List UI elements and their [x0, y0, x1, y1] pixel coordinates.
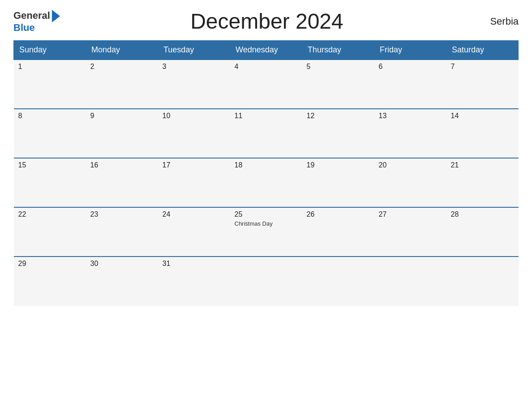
calendar-cell: 18: [230, 158, 302, 207]
calendar-cell: 10: [158, 109, 230, 158]
day-number: 24: [163, 210, 226, 218]
logo-blue-text: Blue: [13, 22, 35, 33]
day-number: 8: [18, 112, 82, 120]
day-number: 17: [163, 161, 226, 169]
day-number: 18: [235, 161, 298, 169]
logo: General Blue: [13, 9, 60, 33]
calendar-cell: 27: [374, 207, 446, 257]
calendar-week-row: 22232425Christmas Day262728: [14, 207, 519, 257]
day-number: 27: [379, 210, 442, 218]
calendar-week-row: 15161718192021: [14, 158, 519, 207]
calendar-cell: 31: [158, 257, 230, 306]
calendar-cell: 25Christmas Day: [230, 207, 302, 257]
day-number: 7: [451, 63, 514, 71]
day-number: 29: [18, 260, 82, 268]
calendar-cell: 7: [446, 60, 519, 109]
calendar-cell: 30: [86, 257, 158, 306]
calendar-cell: 14: [446, 109, 519, 158]
day-number: 2: [90, 63, 154, 71]
calendar-cell: 6: [374, 60, 446, 109]
calendar-cell: [302, 257, 374, 306]
calendar-week-row: 293031: [14, 257, 519, 306]
col-thursday: Thursday: [302, 41, 374, 60]
calendar-header-row: Sunday Monday Tuesday Wednesday Thursday…: [14, 41, 519, 60]
calendar-cell: 11: [230, 109, 302, 158]
calendar-cell: 26: [302, 207, 374, 257]
calendar-cell: 19: [302, 158, 374, 207]
calendar-cell: 20: [374, 158, 446, 207]
calendar-cell: 29: [14, 257, 86, 306]
calendar-cell: 22: [14, 207, 86, 257]
day-number: 15: [18, 161, 82, 169]
day-number: 13: [379, 112, 442, 120]
calendar-cell: 17: [158, 158, 230, 207]
calendar-table: Sunday Monday Tuesday Wednesday Thursday…: [13, 40, 519, 306]
calendar-cell: [374, 257, 446, 306]
calendar-cell: 9: [86, 109, 158, 158]
day-number: 6: [379, 63, 442, 71]
calendar-cell: 8: [14, 109, 86, 158]
logo-general-text: General: [13, 10, 50, 21]
calendar-cell: 12: [302, 109, 374, 158]
day-number: 20: [379, 161, 442, 169]
calendar-cell: 1: [14, 60, 86, 109]
day-number: 21: [451, 161, 514, 169]
day-number: 12: [307, 112, 370, 120]
calendar-cell: 15: [14, 158, 86, 207]
day-number: 22: [18, 210, 82, 218]
calendar-cell: 23: [86, 207, 158, 257]
calendar-cell: 5: [302, 60, 374, 109]
day-number: 28: [451, 210, 514, 218]
calendar-cell: 2: [86, 60, 158, 109]
calendar-cell: 24: [158, 207, 230, 257]
day-number: 14: [451, 112, 514, 120]
calendar-week-row: 1234567: [14, 60, 519, 109]
col-friday: Friday: [374, 41, 446, 60]
day-number: 4: [235, 63, 298, 71]
col-monday: Monday: [86, 41, 158, 60]
day-number: 9: [90, 112, 154, 120]
day-number: 30: [90, 260, 154, 268]
day-number: 26: [307, 210, 370, 218]
calendar-cell: 3: [158, 60, 230, 109]
col-saturday: Saturday: [446, 41, 519, 60]
day-number: 5: [307, 63, 370, 71]
col-sunday: Sunday: [14, 41, 86, 60]
col-wednesday: Wednesday: [230, 41, 302, 60]
day-number: 3: [163, 63, 226, 71]
calendar-cell: 13: [374, 109, 446, 158]
day-number: 19: [307, 161, 370, 169]
day-number: 23: [90, 210, 154, 218]
day-number: 10: [163, 112, 226, 120]
logo-triangle-icon: [52, 10, 60, 22]
country-label: Serbia: [474, 16, 519, 27]
day-number: 1: [18, 63, 82, 71]
calendar-cell: 4: [230, 60, 302, 109]
holiday-label: Christmas Day: [235, 220, 298, 227]
calendar-week-row: 891011121314: [14, 109, 519, 158]
calendar-cell: 16: [86, 158, 158, 207]
calendar-cell: 28: [446, 207, 519, 257]
page-header: General Blue December 2024 Serbia: [13, 9, 519, 34]
calendar-cell: [230, 257, 302, 306]
calendar-cell: [446, 257, 519, 306]
calendar-cell: 21: [446, 158, 519, 207]
calendar-title: December 2024: [60, 9, 474, 34]
day-number: 25: [235, 210, 298, 218]
day-number: 11: [235, 112, 298, 120]
day-number: 31: [163, 260, 226, 268]
col-tuesday: Tuesday: [158, 41, 230, 60]
day-number: 16: [90, 161, 154, 169]
